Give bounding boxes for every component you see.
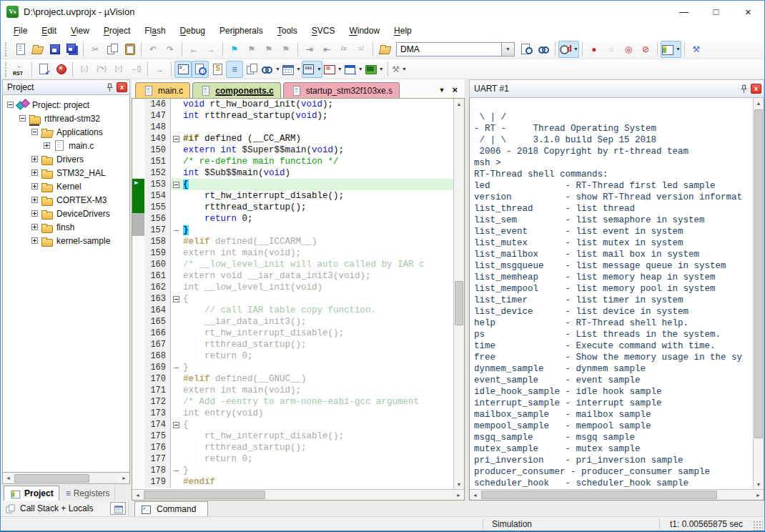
tree-item-drivers[interactable]: Drivers — [3, 152, 129, 166]
scroll-thumb[interactable] — [481, 491, 717, 499]
line-number[interactable]: 153 — [144, 179, 171, 190]
line-number[interactable]: 167 — [144, 339, 171, 350]
expand-icon[interactable] — [31, 156, 38, 162]
save-button[interactable] — [46, 41, 63, 58]
scroll-down-icon[interactable]: ▼ — [454, 479, 464, 489]
panel-tab-project[interactable]: Project — [4, 486, 59, 501]
fold-column[interactable] — [171, 293, 181, 305]
collapse-icon[interactable] — [19, 115, 26, 122]
expand-icon[interactable] — [31, 210, 38, 217]
line-number[interactable]: 172 — [144, 396, 171, 408]
menu-svcs[interactable]: SVCS — [305, 24, 342, 38]
line-number[interactable]: 154 — [144, 190, 171, 202]
menu-help[interactable]: Help — [387, 24, 419, 38]
line-number[interactable]: 164 — [144, 305, 171, 316]
project-tree[interactable]: Project: projectrtthread-stm32Applicatio… — [2, 95, 130, 473]
save-all-button[interactable] — [63, 41, 80, 58]
watch-window-button[interactable]: ▼ — [260, 61, 281, 78]
line-number[interactable]: 168 — [144, 350, 171, 362]
fold-column[interactable] — [171, 327, 181, 339]
tree-item-finsh[interactable]: finsh — [3, 220, 129, 234]
start-stop-debug-button[interactable]: ▼ — [558, 41, 579, 58]
dropdown-caret-icon[interactable]: ▼ — [402, 66, 407, 72]
line-number[interactable]: 160 — [144, 259, 171, 270]
run-to-line-button[interactable]: →{} — [127, 61, 144, 78]
line-number[interactable]: 162 — [144, 282, 171, 293]
dropdown-caret-icon[interactable]: ▼ — [275, 66, 280, 72]
tab-main-c[interactable]: main.c — [135, 82, 190, 98]
scroll-thumb[interactable] — [144, 491, 265, 499]
cut-button[interactable]: ✂ — [87, 41, 104, 58]
fold-column[interactable] — [171, 373, 181, 385]
step-into-button[interactable]: {↓} — [76, 61, 93, 78]
fold-column[interactable] — [171, 236, 181, 247]
new-file-button[interactable] — [11, 41, 29, 58]
search-combobox[interactable] — [396, 42, 502, 56]
fold-collapse-icon[interactable] — [173, 136, 179, 142]
fold-column[interactable] — [171, 419, 181, 430]
expand-icon[interactable] — [31, 197, 38, 203]
editor-vscrollbar[interactable]: ▲ ▼ — [453, 99, 464, 489]
project-hscrollbar[interactable]: ◄ ► — [2, 473, 130, 484]
editor-hscrollbar[interactable]: ◄ ► — [132, 489, 464, 500]
menu-tools[interactable]: Tools — [270, 24, 305, 38]
toolbar-grip[interactable] — [5, 42, 9, 56]
memory-window-button[interactable]: ▼ — [281, 61, 302, 78]
disable-all-breakpoints-button[interactable]: ◎ — [620, 41, 637, 58]
expand-icon[interactable] — [31, 224, 38, 230]
lookup-button[interactable] — [535, 41, 552, 58]
line-number[interactable]: 171 — [144, 385, 171, 396]
fold-column[interactable] — [171, 110, 181, 122]
line-number[interactable]: 146 — [144, 99, 171, 110]
fold-column[interactable] — [171, 408, 181, 419]
system-viewer-button[interactable]: ▼ — [343, 61, 364, 78]
serial-window-button[interactable]: ▼ — [302, 61, 322, 78]
fold-column[interactable] — [171, 247, 181, 259]
dropdown-caret-icon[interactable]: ▼ — [573, 46, 578, 51]
debug-tools-button[interactable]: ⚒▼ — [391, 61, 408, 78]
fold-column[interactable] — [171, 396, 181, 408]
tree-item-stm32-hal[interactable]: STM32_HAL — [3, 166, 129, 179]
fold-column[interactable] — [171, 430, 181, 442]
fold-column[interactable] — [171, 225, 181, 236]
paste-button[interactable] — [121, 41, 138, 58]
open-file-button[interactable] — [29, 41, 46, 58]
reset-button[interactable] — [11, 61, 29, 78]
line-number[interactable]: 176 — [144, 442, 171, 453]
fold-collapse-icon[interactable] — [173, 182, 179, 188]
fold-column[interactable] — [171, 167, 181, 179]
scroll-left-icon[interactable]: ◄ — [470, 490, 480, 500]
open-search-folder-button[interactable] — [376, 41, 393, 58]
fold-column[interactable] — [171, 179, 181, 190]
scroll-right-icon[interactable]: ► — [453, 490, 464, 500]
command-tab[interactable]: Command — [134, 501, 208, 516]
fold-column[interactable] — [171, 339, 181, 350]
tab-startup-stm32f103xe-s[interactable]: startup_stm32f103xe.s — [283, 82, 400, 98]
search-dropdown-icon[interactable]: ▼ — [502, 42, 515, 56]
step-over-button[interactable]: {↷} — [93, 61, 110, 78]
menu-debug[interactable]: Debug — [173, 24, 212, 38]
line-number[interactable]: 147 — [144, 110, 171, 122]
stop-button[interactable] — [52, 61, 69, 78]
tree-item-applications[interactable]: Applications — [3, 125, 129, 139]
tree-item-project-project[interactable]: Project: project — [3, 98, 129, 112]
command-window-button[interactable] — [174, 61, 192, 78]
line-number[interactable]: 159 — [144, 247, 171, 259]
bookmark-toggle-button[interactable]: ⚑ — [226, 41, 243, 58]
code-editor[interactable]: 146void rt_hw_board_init(void);147int rt… — [132, 98, 465, 501]
line-number[interactable]: 149 — [144, 133, 171, 144]
line-number[interactable]: 161 — [144, 270, 171, 282]
expand-icon[interactable] — [31, 169, 38, 176]
fold-column[interactable] — [171, 282, 181, 293]
scroll-up-icon[interactable]: ▲ — [454, 99, 464, 109]
tree-item-devicedrivers[interactable]: DeviceDrivers — [3, 207, 129, 220]
scroll-left-icon[interactable]: ◄ — [3, 473, 14, 483]
tree-item-cortex-m3[interactable]: CORTEX-M3 — [3, 193, 129, 207]
kill-all-breakpoints-button[interactable]: ⊘ — [637, 41, 654, 58]
scroll-thumb[interactable] — [455, 281, 463, 325]
line-number[interactable]: 151 — [144, 156, 171, 167]
expand-icon[interactable] — [31, 183, 38, 189]
fold-column[interactable] — [171, 144, 181, 156]
show-next-statement-button[interactable]: → — [151, 61, 168, 78]
navigate-back-button[interactable]: ← — [185, 41, 202, 58]
